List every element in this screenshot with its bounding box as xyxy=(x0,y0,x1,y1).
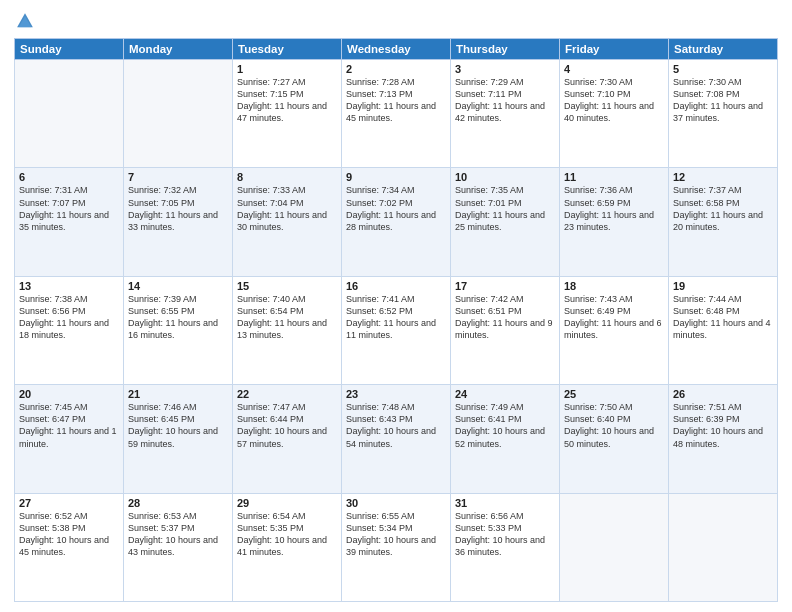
day-info: Sunrise: 7:41 AM Sunset: 6:52 PM Dayligh… xyxy=(346,293,446,342)
day-cell: 1Sunrise: 7:27 AM Sunset: 7:15 PM Daylig… xyxy=(233,60,342,168)
day-cell: 7Sunrise: 7:32 AM Sunset: 7:05 PM Daylig… xyxy=(124,168,233,276)
day-cell: 27Sunrise: 6:52 AM Sunset: 5:38 PM Dayli… xyxy=(15,493,124,601)
day-cell: 29Sunrise: 6:54 AM Sunset: 5:35 PM Dayli… xyxy=(233,493,342,601)
day-cell: 22Sunrise: 7:47 AM Sunset: 6:44 PM Dayli… xyxy=(233,385,342,493)
week-row-1: 1Sunrise: 7:27 AM Sunset: 7:15 PM Daylig… xyxy=(15,60,778,168)
day-cell: 20Sunrise: 7:45 AM Sunset: 6:47 PM Dayli… xyxy=(15,385,124,493)
day-info: Sunrise: 7:40 AM Sunset: 6:54 PM Dayligh… xyxy=(237,293,337,342)
day-info: Sunrise: 7:34 AM Sunset: 7:02 PM Dayligh… xyxy=(346,184,446,233)
col-header-friday: Friday xyxy=(560,39,669,60)
day-info: Sunrise: 7:43 AM Sunset: 6:49 PM Dayligh… xyxy=(564,293,664,342)
day-number: 9 xyxy=(346,171,446,183)
day-cell: 4Sunrise: 7:30 AM Sunset: 7:10 PM Daylig… xyxy=(560,60,669,168)
day-number: 2 xyxy=(346,63,446,75)
day-number: 23 xyxy=(346,388,446,400)
day-info: Sunrise: 7:29 AM Sunset: 7:11 PM Dayligh… xyxy=(455,76,555,125)
day-number: 4 xyxy=(564,63,664,75)
calendar-header-row: SundayMondayTuesdayWednesdayThursdayFrid… xyxy=(15,39,778,60)
day-number: 7 xyxy=(128,171,228,183)
day-info: Sunrise: 7:35 AM Sunset: 7:01 PM Dayligh… xyxy=(455,184,555,233)
day-info: Sunrise: 6:55 AM Sunset: 5:34 PM Dayligh… xyxy=(346,510,446,559)
day-number: 15 xyxy=(237,280,337,292)
day-cell: 17Sunrise: 7:42 AM Sunset: 6:51 PM Dayli… xyxy=(451,276,560,384)
generalblue-icon xyxy=(14,10,36,32)
day-cell: 3Sunrise: 7:29 AM Sunset: 7:11 PM Daylig… xyxy=(451,60,560,168)
day-cell: 10Sunrise: 7:35 AM Sunset: 7:01 PM Dayli… xyxy=(451,168,560,276)
day-cell: 13Sunrise: 7:38 AM Sunset: 6:56 PM Dayli… xyxy=(15,276,124,384)
day-info: Sunrise: 7:28 AM Sunset: 7:13 PM Dayligh… xyxy=(346,76,446,125)
col-header-sunday: Sunday xyxy=(15,39,124,60)
day-number: 30 xyxy=(346,497,446,509)
day-info: Sunrise: 7:48 AM Sunset: 6:43 PM Dayligh… xyxy=(346,401,446,450)
day-cell: 31Sunrise: 6:56 AM Sunset: 5:33 PM Dayli… xyxy=(451,493,560,601)
day-cell: 28Sunrise: 6:53 AM Sunset: 5:37 PM Dayli… xyxy=(124,493,233,601)
day-info: Sunrise: 7:42 AM Sunset: 6:51 PM Dayligh… xyxy=(455,293,555,342)
day-cell: 24Sunrise: 7:49 AM Sunset: 6:41 PM Dayli… xyxy=(451,385,560,493)
day-number: 19 xyxy=(673,280,773,292)
day-number: 13 xyxy=(19,280,119,292)
day-cell xyxy=(15,60,124,168)
day-number: 20 xyxy=(19,388,119,400)
day-info: Sunrise: 7:47 AM Sunset: 6:44 PM Dayligh… xyxy=(237,401,337,450)
day-info: Sunrise: 6:54 AM Sunset: 5:35 PM Dayligh… xyxy=(237,510,337,559)
day-info: Sunrise: 7:51 AM Sunset: 6:39 PM Dayligh… xyxy=(673,401,773,450)
week-row-5: 27Sunrise: 6:52 AM Sunset: 5:38 PM Dayli… xyxy=(15,493,778,601)
day-info: Sunrise: 7:31 AM Sunset: 7:07 PM Dayligh… xyxy=(19,184,119,233)
day-number: 10 xyxy=(455,171,555,183)
day-info: Sunrise: 7:37 AM Sunset: 6:58 PM Dayligh… xyxy=(673,184,773,233)
day-number: 22 xyxy=(237,388,337,400)
week-row-2: 6Sunrise: 7:31 AM Sunset: 7:07 PM Daylig… xyxy=(15,168,778,276)
day-cell: 6Sunrise: 7:31 AM Sunset: 7:07 PM Daylig… xyxy=(15,168,124,276)
day-cell: 26Sunrise: 7:51 AM Sunset: 6:39 PM Dayli… xyxy=(669,385,778,493)
day-number: 14 xyxy=(128,280,228,292)
day-number: 29 xyxy=(237,497,337,509)
day-info: Sunrise: 7:33 AM Sunset: 7:04 PM Dayligh… xyxy=(237,184,337,233)
day-cell xyxy=(124,60,233,168)
calendar-table: SundayMondayTuesdayWednesdayThursdayFrid… xyxy=(14,38,778,602)
day-cell: 5Sunrise: 7:30 AM Sunset: 7:08 PM Daylig… xyxy=(669,60,778,168)
day-info: Sunrise: 7:49 AM Sunset: 6:41 PM Dayligh… xyxy=(455,401,555,450)
day-info: Sunrise: 7:32 AM Sunset: 7:05 PM Dayligh… xyxy=(128,184,228,233)
day-info: Sunrise: 7:36 AM Sunset: 6:59 PM Dayligh… xyxy=(564,184,664,233)
week-row-4: 20Sunrise: 7:45 AM Sunset: 6:47 PM Dayli… xyxy=(15,385,778,493)
day-cell: 8Sunrise: 7:33 AM Sunset: 7:04 PM Daylig… xyxy=(233,168,342,276)
day-number: 17 xyxy=(455,280,555,292)
day-cell: 11Sunrise: 7:36 AM Sunset: 6:59 PM Dayli… xyxy=(560,168,669,276)
day-number: 3 xyxy=(455,63,555,75)
day-number: 26 xyxy=(673,388,773,400)
day-number: 25 xyxy=(564,388,664,400)
day-number: 16 xyxy=(346,280,446,292)
day-cell: 12Sunrise: 7:37 AM Sunset: 6:58 PM Dayli… xyxy=(669,168,778,276)
day-info: Sunrise: 7:39 AM Sunset: 6:55 PM Dayligh… xyxy=(128,293,228,342)
day-number: 27 xyxy=(19,497,119,509)
day-cell: 9Sunrise: 7:34 AM Sunset: 7:02 PM Daylig… xyxy=(342,168,451,276)
day-cell: 15Sunrise: 7:40 AM Sunset: 6:54 PM Dayli… xyxy=(233,276,342,384)
day-cell xyxy=(669,493,778,601)
day-info: Sunrise: 6:53 AM Sunset: 5:37 PM Dayligh… xyxy=(128,510,228,559)
day-number: 24 xyxy=(455,388,555,400)
day-cell: 21Sunrise: 7:46 AM Sunset: 6:45 PM Dayli… xyxy=(124,385,233,493)
day-number: 12 xyxy=(673,171,773,183)
day-info: Sunrise: 7:30 AM Sunset: 7:10 PM Dayligh… xyxy=(564,76,664,125)
day-number: 6 xyxy=(19,171,119,183)
day-number: 8 xyxy=(237,171,337,183)
day-info: Sunrise: 7:38 AM Sunset: 6:56 PM Dayligh… xyxy=(19,293,119,342)
col-header-thursday: Thursday xyxy=(451,39,560,60)
day-number: 21 xyxy=(128,388,228,400)
col-header-monday: Monday xyxy=(124,39,233,60)
day-cell: 16Sunrise: 7:41 AM Sunset: 6:52 PM Dayli… xyxy=(342,276,451,384)
day-number: 5 xyxy=(673,63,773,75)
day-cell: 2Sunrise: 7:28 AM Sunset: 7:13 PM Daylig… xyxy=(342,60,451,168)
day-number: 1 xyxy=(237,63,337,75)
day-info: Sunrise: 7:46 AM Sunset: 6:45 PM Dayligh… xyxy=(128,401,228,450)
day-cell: 23Sunrise: 7:48 AM Sunset: 6:43 PM Dayli… xyxy=(342,385,451,493)
day-info: Sunrise: 7:50 AM Sunset: 6:40 PM Dayligh… xyxy=(564,401,664,450)
day-number: 31 xyxy=(455,497,555,509)
day-info: Sunrise: 6:56 AM Sunset: 5:33 PM Dayligh… xyxy=(455,510,555,559)
col-header-wednesday: Wednesday xyxy=(342,39,451,60)
day-number: 18 xyxy=(564,280,664,292)
logo xyxy=(14,10,40,32)
day-cell: 18Sunrise: 7:43 AM Sunset: 6:49 PM Dayli… xyxy=(560,276,669,384)
day-cell: 30Sunrise: 6:55 AM Sunset: 5:34 PM Dayli… xyxy=(342,493,451,601)
col-header-tuesday: Tuesday xyxy=(233,39,342,60)
